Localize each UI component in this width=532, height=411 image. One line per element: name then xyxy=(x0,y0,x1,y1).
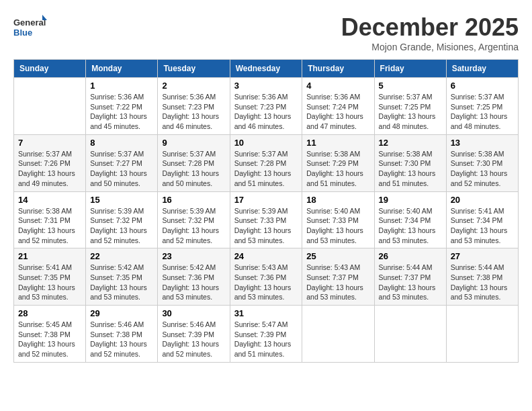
cell-content: Sunrise: 5:38 AM Sunset: 7:29 PM Dayligh… xyxy=(306,149,369,189)
calendar-cell: 27Sunrise: 5:44 AM Sunset: 7:38 PM Dayli… xyxy=(446,248,518,306)
calendar-cell: 13Sunrise: 5:38 AM Sunset: 7:30 PM Dayli… xyxy=(446,134,518,191)
day-number: 4 xyxy=(306,81,369,91)
month-title: December 2025 xyxy=(341,13,519,42)
day-number: 2 xyxy=(162,81,225,91)
calendar-cell: 14Sunrise: 5:38 AM Sunset: 7:31 PM Dayli… xyxy=(14,191,86,248)
day-number: 31 xyxy=(234,308,298,318)
calendar-cell: 12Sunrise: 5:38 AM Sunset: 7:30 PM Dayli… xyxy=(374,134,446,191)
day-number: 15 xyxy=(90,195,153,205)
calendar-cell: 11Sunrise: 5:38 AM Sunset: 7:29 PM Dayli… xyxy=(302,134,374,191)
day-number: 8 xyxy=(90,138,153,148)
cell-content: Sunrise: 5:39 AM Sunset: 7:32 PM Dayligh… xyxy=(90,206,153,246)
week-row-4: 28Sunrise: 5:45 AM Sunset: 7:38 PM Dayli… xyxy=(14,306,519,363)
calendar-cell: 20Sunrise: 5:41 AM Sunset: 7:34 PM Dayli… xyxy=(446,191,518,248)
day-number: 16 xyxy=(162,195,225,205)
calendar-cell: 31Sunrise: 5:47 AM Sunset: 7:39 PM Dayli… xyxy=(230,306,302,363)
cell-content: Sunrise: 5:46 AM Sunset: 7:39 PM Dayligh… xyxy=(162,320,225,359)
calendar-cell: 4Sunrise: 5:36 AM Sunset: 7:24 PM Daylig… xyxy=(302,78,374,135)
calendar-cell: 25Sunrise: 5:43 AM Sunset: 7:37 PM Dayli… xyxy=(302,248,374,306)
day-number: 28 xyxy=(18,308,81,318)
cell-content: Sunrise: 5:45 AM Sunset: 7:38 PM Dayligh… xyxy=(18,320,81,359)
cell-content: Sunrise: 5:36 AM Sunset: 7:23 PM Dayligh… xyxy=(162,92,225,132)
cell-content: Sunrise: 5:40 AM Sunset: 7:34 PM Dayligh… xyxy=(379,206,442,246)
cell-content: Sunrise: 5:39 AM Sunset: 7:32 PM Dayligh… xyxy=(162,206,225,246)
calendar-cell: 3Sunrise: 5:36 AM Sunset: 7:23 PM Daylig… xyxy=(230,78,302,135)
calendar-cell: 28Sunrise: 5:45 AM Sunset: 7:38 PM Dayli… xyxy=(14,306,86,363)
calendar-cell: 22Sunrise: 5:42 AM Sunset: 7:35 PM Dayli… xyxy=(86,248,158,306)
day-number: 26 xyxy=(379,251,442,261)
calendar-cell: 17Sunrise: 5:39 AM Sunset: 7:33 PM Dayli… xyxy=(230,191,302,248)
week-row-1: 7Sunrise: 5:37 AM Sunset: 7:26 PM Daylig… xyxy=(14,134,519,191)
calendar-cell: 29Sunrise: 5:46 AM Sunset: 7:38 PM Dayli… xyxy=(86,306,158,363)
day-number: 23 xyxy=(162,251,225,261)
calendar-cell: 16Sunrise: 5:39 AM Sunset: 7:32 PM Dayli… xyxy=(158,191,230,248)
calendar-cell xyxy=(14,78,86,135)
day-number: 5 xyxy=(379,81,442,91)
header-tuesday: Tuesday xyxy=(158,60,230,78)
logo-svg: General Blue xyxy=(13,13,47,40)
cell-content: Sunrise: 5:41 AM Sunset: 7:34 PM Dayligh… xyxy=(451,206,514,246)
cell-content: Sunrise: 5:37 AM Sunset: 7:28 PM Dayligh… xyxy=(162,149,225,189)
cell-content: Sunrise: 5:43 AM Sunset: 7:37 PM Dayligh… xyxy=(306,263,369,302)
day-number: 10 xyxy=(234,138,298,148)
calendar-cell: 2Sunrise: 5:36 AM Sunset: 7:23 PM Daylig… xyxy=(158,78,230,135)
day-number: 18 xyxy=(306,195,369,205)
cell-content: Sunrise: 5:37 AM Sunset: 7:25 PM Dayligh… xyxy=(379,92,442,132)
day-number: 22 xyxy=(90,251,153,261)
week-row-0: 1Sunrise: 5:36 AM Sunset: 7:22 PM Daylig… xyxy=(14,78,519,135)
header-saturday: Saturday xyxy=(446,60,518,78)
logo: General Blue xyxy=(13,13,47,40)
calendar-cell: 7Sunrise: 5:37 AM Sunset: 7:26 PM Daylig… xyxy=(14,134,86,191)
day-number: 20 xyxy=(451,195,514,205)
cell-content: Sunrise: 5:44 AM Sunset: 7:37 PM Dayligh… xyxy=(379,263,442,302)
calendar-cell: 23Sunrise: 5:42 AM Sunset: 7:36 PM Dayli… xyxy=(158,248,230,306)
svg-marker-2 xyxy=(42,15,47,20)
week-row-2: 14Sunrise: 5:38 AM Sunset: 7:31 PM Dayli… xyxy=(14,191,519,248)
calendar-cell: 5Sunrise: 5:37 AM Sunset: 7:25 PM Daylig… xyxy=(374,78,446,135)
calendar-cell xyxy=(374,306,446,363)
week-row-3: 21Sunrise: 5:41 AM Sunset: 7:35 PM Dayli… xyxy=(14,248,519,306)
cell-content: Sunrise: 5:43 AM Sunset: 7:36 PM Dayligh… xyxy=(234,263,298,302)
day-number: 1 xyxy=(90,81,153,91)
location-subtitle: Mojon Grande, Misiones, Argentina xyxy=(341,42,519,52)
day-number: 21 xyxy=(18,251,81,261)
day-number: 9 xyxy=(162,138,225,148)
day-number: 6 xyxy=(451,81,514,91)
calendar-cell: 8Sunrise: 5:37 AM Sunset: 7:27 PM Daylig… xyxy=(86,134,158,191)
cell-content: Sunrise: 5:37 AM Sunset: 7:25 PM Dayligh… xyxy=(451,92,514,132)
day-number: 7 xyxy=(18,138,81,148)
cell-content: Sunrise: 5:38 AM Sunset: 7:30 PM Dayligh… xyxy=(451,149,514,189)
cell-content: Sunrise: 5:47 AM Sunset: 7:39 PM Dayligh… xyxy=(234,320,298,359)
title-area: December 2025 Mojon Grande, Misiones, Ar… xyxy=(341,13,519,52)
cell-content: Sunrise: 5:37 AM Sunset: 7:27 PM Dayligh… xyxy=(90,149,153,189)
calendar-cell: 26Sunrise: 5:44 AM Sunset: 7:37 PM Dayli… xyxy=(374,248,446,306)
page-header: General Blue December 2025 Mojon Grande,… xyxy=(13,13,519,52)
cell-content: Sunrise: 5:44 AM Sunset: 7:38 PM Dayligh… xyxy=(451,263,514,302)
header-sunday: Sunday xyxy=(14,60,86,78)
calendar-cell: 9Sunrise: 5:37 AM Sunset: 7:28 PM Daylig… xyxy=(158,134,230,191)
calendar-cell: 30Sunrise: 5:46 AM Sunset: 7:39 PM Dayli… xyxy=(158,306,230,363)
cell-content: Sunrise: 5:46 AM Sunset: 7:38 PM Dayligh… xyxy=(90,320,153,359)
cell-content: Sunrise: 5:41 AM Sunset: 7:35 PM Dayligh… xyxy=(18,263,81,302)
cell-content: Sunrise: 5:39 AM Sunset: 7:33 PM Dayligh… xyxy=(234,206,298,246)
day-number: 12 xyxy=(379,138,442,148)
cell-content: Sunrise: 5:38 AM Sunset: 7:31 PM Dayligh… xyxy=(18,206,81,246)
cell-content: Sunrise: 5:36 AM Sunset: 7:23 PM Dayligh… xyxy=(234,92,298,132)
calendar-table: SundayMondayTuesdayWednesdayThursdayFrid… xyxy=(13,59,519,363)
cell-content: Sunrise: 5:36 AM Sunset: 7:22 PM Dayligh… xyxy=(90,92,153,132)
day-number: 30 xyxy=(162,308,225,318)
header-friday: Friday xyxy=(374,60,446,78)
day-number: 24 xyxy=(234,251,298,261)
cell-content: Sunrise: 5:42 AM Sunset: 7:35 PM Dayligh… xyxy=(90,263,153,302)
calendar-cell: 15Sunrise: 5:39 AM Sunset: 7:32 PM Dayli… xyxy=(86,191,158,248)
day-number: 25 xyxy=(306,251,369,261)
cell-content: Sunrise: 5:37 AM Sunset: 7:26 PM Dayligh… xyxy=(18,149,81,189)
calendar-cell: 1Sunrise: 5:36 AM Sunset: 7:22 PM Daylig… xyxy=(86,78,158,135)
day-number: 14 xyxy=(18,195,81,205)
svg-text:General: General xyxy=(13,17,46,28)
calendar-cell: 21Sunrise: 5:41 AM Sunset: 7:35 PM Dayli… xyxy=(14,248,86,306)
header-monday: Monday xyxy=(86,60,158,78)
cell-content: Sunrise: 5:42 AM Sunset: 7:36 PM Dayligh… xyxy=(162,263,225,302)
calendar-cell: 10Sunrise: 5:37 AM Sunset: 7:28 PM Dayli… xyxy=(230,134,302,191)
calendar-cell: 19Sunrise: 5:40 AM Sunset: 7:34 PM Dayli… xyxy=(374,191,446,248)
